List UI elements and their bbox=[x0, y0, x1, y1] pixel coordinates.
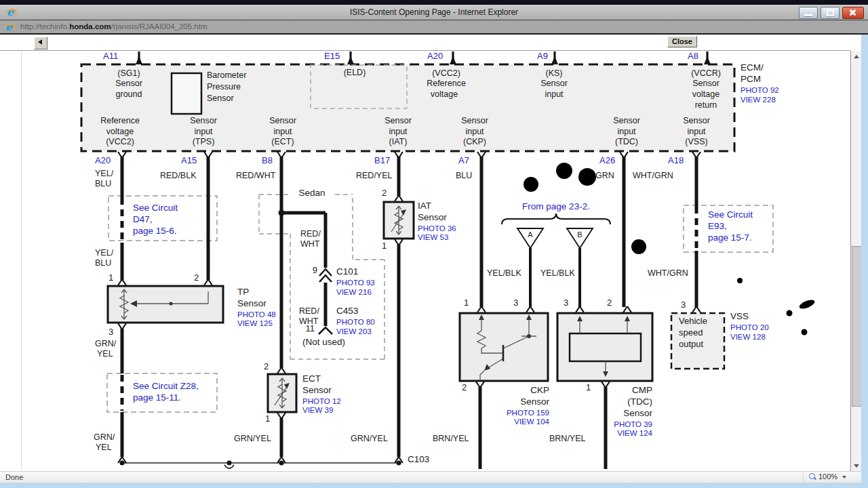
chevron-up-icon bbox=[854, 55, 859, 58]
cmp-sensor-name: Sensor bbox=[623, 408, 652, 418]
barometer-sensor-box bbox=[172, 73, 201, 114]
ect-label: (ECT) bbox=[271, 137, 294, 146]
cmp-inner-element bbox=[570, 333, 641, 361]
vcc2-label: (VCC2) bbox=[432, 68, 460, 78]
voltage-label: voltage bbox=[692, 89, 719, 99]
wire-color: YEL bbox=[96, 443, 112, 452]
terminal-number: 3 bbox=[108, 327, 113, 338]
pin-a9: A9 bbox=[537, 52, 548, 62]
terminal-number: 1 bbox=[108, 273, 113, 283]
pin-e15: E15 bbox=[324, 52, 340, 62]
status-text: Done bbox=[5, 473, 23, 481]
connector-c453: C453 bbox=[336, 306, 358, 316]
photo-93-link[interactable]: PHOTO 93 bbox=[336, 279, 375, 287]
view-124-link[interactable]: VIEW 124 bbox=[617, 429, 652, 438]
view-228-link[interactable]: VIEW 228 bbox=[741, 96, 776, 104]
zoom-dropdown-caret-icon bbox=[842, 476, 846, 479]
wire-color: YEL/ bbox=[95, 248, 113, 258]
ks-label: (KS) bbox=[546, 68, 563, 78]
tdc-label: (TDC) bbox=[615, 137, 638, 146]
branch-triangle-b-label: B bbox=[577, 230, 582, 239]
connector-c103: C103 bbox=[408, 454, 429, 464]
ect-sensor-name: Sensor bbox=[302, 385, 332, 395]
tp-sensor-box bbox=[108, 286, 223, 323]
wire-color: WHT/GRN bbox=[648, 268, 688, 278]
photo-159-link[interactable]: PHOTO 159 bbox=[507, 409, 549, 418]
cmp-sensor-name: (TDC) bbox=[627, 396, 652, 407]
view-104-link[interactable]: VIEW 104 bbox=[514, 418, 549, 426]
see-circuit-z28-link[interactable]: page 15-11. bbox=[133, 392, 181, 403]
wire-color: WHT/GRN bbox=[633, 171, 673, 180]
wire-color: GRN/YEL bbox=[234, 434, 271, 443]
iat-sensor-name: Sensor bbox=[418, 212, 447, 222]
sg1-label: (SG1) bbox=[117, 68, 140, 78]
pin-b17: B17 bbox=[374, 156, 390, 166]
reference-label: Reference bbox=[427, 79, 466, 88]
input-label: input bbox=[465, 127, 484, 136]
vertical-scrollbar[interactable] bbox=[850, 51, 862, 471]
sensor-label: Sensor bbox=[207, 94, 234, 103]
ecm-pcm-title: ECM/ bbox=[741, 62, 764, 73]
cmp-sensor-name: CMP bbox=[632, 385, 652, 395]
see-circuit-z28-link[interactable]: See Circuit Z28, bbox=[133, 381, 199, 391]
ckp-label: (CKP) bbox=[463, 137, 486, 146]
view-203-link[interactable]: VIEW 203 bbox=[336, 327, 372, 336]
pressure-label: Pressure bbox=[207, 82, 241, 92]
see-circuit-e93-link[interactable]: E93, bbox=[708, 221, 727, 231]
zoom-control[interactable]: 100% bbox=[808, 472, 846, 481]
scroll-up-button[interactable] bbox=[851, 51, 861, 62]
terminal-number: 2 bbox=[264, 362, 269, 372]
vehicle-speed-output-label: Vehicle bbox=[679, 317, 707, 327]
photo-36-link[interactable]: PHOTO 36 bbox=[418, 224, 456, 233]
view-125-link[interactable]: VIEW 125 bbox=[237, 319, 273, 328]
view-53-link[interactable]: VIEW 53 bbox=[418, 233, 448, 242]
from-page-brace bbox=[502, 214, 610, 224]
photo-20-link[interactable]: PHOTO 20 bbox=[730, 323, 769, 332]
sensor-label: Sensor bbox=[115, 79, 142, 88]
wire-color: WHT bbox=[300, 239, 319, 249]
terminal-number: 2 bbox=[462, 383, 467, 393]
photo-12-link[interactable]: PHOTO 12 bbox=[302, 397, 341, 406]
pin-a11: A11 bbox=[103, 52, 118, 62]
see-circuit-e93-link[interactable]: page 15-7. bbox=[708, 232, 752, 243]
pin-a20: A20 bbox=[95, 156, 111, 166]
vehicle-speed-output-label: output bbox=[679, 340, 703, 350]
see-circuit-d47-link[interactable]: D47, bbox=[133, 214, 153, 224]
input-label: input bbox=[617, 127, 635, 136]
terminal-number: 11 bbox=[306, 324, 315, 334]
photo-92-link[interactable]: PHOTO 92 bbox=[741, 86, 779, 95]
photo-80-link[interactable]: PHOTO 80 bbox=[336, 318, 375, 327]
scroll-thumb[interactable] bbox=[852, 246, 862, 407]
view-128-link[interactable]: VIEW 128 bbox=[730, 333, 766, 342]
wire-color: YEL/ bbox=[95, 169, 113, 178]
wire-color: BRN/YEL bbox=[549, 434, 586, 443]
pin-a26: A26 bbox=[599, 156, 615, 166]
terminal-number: 1 bbox=[464, 298, 469, 308]
sensor-label: Sensor bbox=[692, 79, 719, 88]
see-circuit-d47-link[interactable]: See Circuit bbox=[133, 203, 178, 213]
wire-color: BLU bbox=[456, 171, 472, 180]
from-page-23-2-link[interactable]: From page 23-2. bbox=[522, 201, 590, 211]
input-label: input bbox=[389, 127, 407, 136]
sensor-label: Sensor bbox=[613, 116, 640, 125]
ie-window: ISIS-Content Opening Page - Internet Exp… bbox=[0, 0, 868, 488]
wire-color: RED/WHT bbox=[236, 171, 275, 180]
window-right-border bbox=[861, 35, 868, 483]
pin-a8: A8 bbox=[688, 52, 698, 62]
view-39-link[interactable]: VIEW 39 bbox=[302, 406, 333, 415]
view-216-link[interactable]: VIEW 216 bbox=[336, 288, 372, 297]
wire-color: YEL bbox=[97, 349, 113, 359]
pin-a7: A7 bbox=[458, 156, 469, 166]
connector-c101: C101 bbox=[336, 266, 358, 277]
ect-sensor-name: ECT bbox=[302, 373, 321, 384]
see-circuit-e93-link[interactable]: See Circuit bbox=[708, 209, 753, 220]
wire-color: BLU bbox=[95, 258, 111, 268]
voltage-label: voltage bbox=[431, 89, 458, 99]
sensor-label: Sensor bbox=[540, 79, 568, 88]
vehicle-speed-output-label: speed bbox=[679, 328, 703, 338]
photo-39-link[interactable]: PHOTO 39 bbox=[614, 420, 652, 429]
see-circuit-d47-link[interactable]: page 15-6. bbox=[133, 226, 177, 236]
photo-48-link[interactable]: PHOTO 48 bbox=[237, 310, 276, 319]
scroll-down-button[interactable] bbox=[851, 460, 861, 471]
wire-color: RED/ bbox=[300, 229, 321, 239]
